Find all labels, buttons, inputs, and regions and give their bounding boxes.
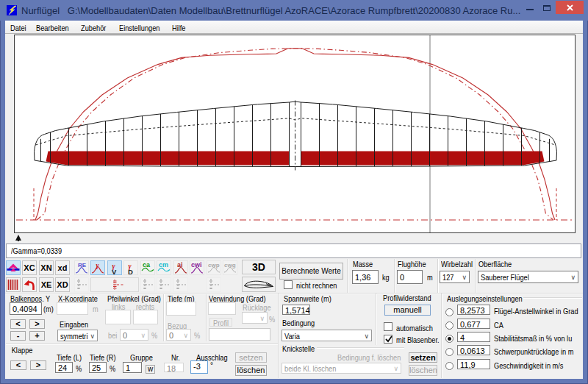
svg-text:cm: cm (159, 261, 168, 269)
svg-text:D: D (128, 268, 133, 275)
svg-text:ca: ca (143, 261, 151, 269)
svg-text:V: V (112, 268, 117, 275)
